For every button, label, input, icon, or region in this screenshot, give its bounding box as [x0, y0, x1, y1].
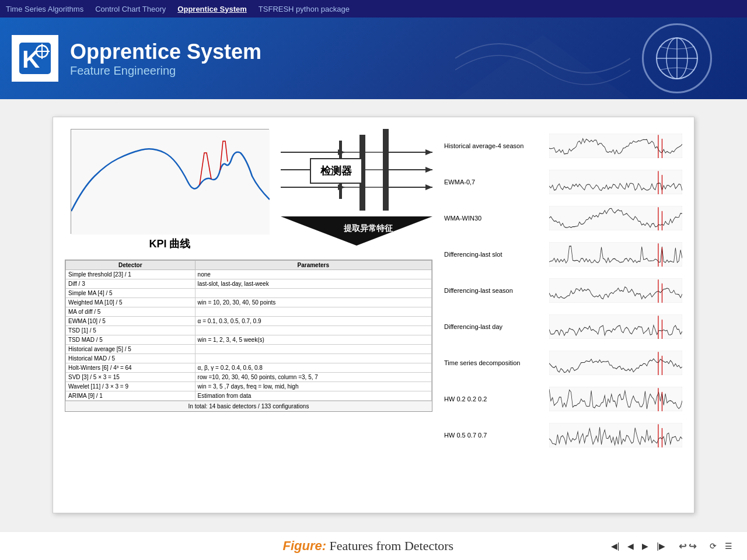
table-header-detector: Detector	[66, 261, 196, 270]
svg-marker-27	[425, 149, 432, 155]
ts-chart-visual	[549, 206, 682, 230]
page-title: Opprentice System	[70, 40, 261, 64]
ts-chart-label: Differencing-last slot	[444, 251, 549, 258]
header-logo: K	[12, 35, 58, 82]
svg-marker-29	[425, 167, 432, 173]
figure-rest: Features from Detectors	[326, 538, 453, 553]
detector-box: 检测器	[310, 158, 362, 184]
svg-text:K: K	[22, 46, 40, 73]
ts-chart-visual	[549, 387, 682, 411]
ts-chart-visual	[549, 278, 682, 303]
ts-chart-visual	[549, 170, 682, 194]
svg-marker-31	[425, 184, 432, 190]
ts-chart-row: Differencing-last day	[444, 310, 682, 344]
ts-chart-label: Differencing-last day	[444, 323, 549, 330]
slide-right: Historical average-4 season EWMA-0,7 WMA…	[438, 129, 682, 501]
svg-text:提取异常特征: 提取异常特征	[343, 223, 393, 233]
page-subtitle: Feature Engineering	[70, 64, 261, 78]
ts-chart-visual	[549, 423, 682, 447]
svg-rect-10	[71, 130, 270, 235]
table-row: Historical average [5] / 5	[66, 345, 432, 354]
ts-chart-label: Differencing-last season	[444, 287, 549, 294]
ts-chart-visual	[549, 242, 682, 267]
table-row: TSD [1] / 5	[66, 326, 432, 335]
svg-marker-0	[455, 35, 630, 99]
ts-chart-visual	[549, 314, 682, 339]
table-row: MA of diff / 5	[66, 307, 432, 317]
ts-chart-label: EWMA-0,7	[444, 178, 549, 186]
nav-btn-first[interactable]: ◀|	[608, 540, 623, 552]
nav-btn-last[interactable]: |▶	[654, 540, 668, 552]
ts-chart-row: HW 0.5 0.7 0.7	[444, 418, 682, 452]
header-text: Opprentice System Feature Engineering	[70, 40, 261, 78]
table-header-params: Parameters	[195, 261, 431, 270]
nav-item-control-chart[interactable]: Control Chart Theory	[95, 5, 166, 13]
bottom-bar: Figure: Features from Detectors ◀| ◀ ▶ |…	[0, 531, 747, 560]
table-row: EWMA [10] / 5α = 0.1, 0.3, 0.5, 0.7, 0.9	[66, 317, 432, 326]
header: K Opprentice System Feature Engineering	[0, 18, 747, 99]
nav-refresh[interactable]: ⟳	[707, 540, 720, 552]
ts-chart-visual	[549, 134, 682, 158]
ts-chart-row: HW 0.2 0.2 0.2	[444, 382, 682, 416]
table-row: Diff / 3last-slot, last-day, last-week	[66, 279, 432, 289]
table-row: SVD [3] / 5 × 3 = 15row =10, 20, 30, 40,…	[66, 373, 432, 382]
table-row: Holt-Winters [6] / 4³ = 64α, β, γ = 0.2,…	[66, 363, 432, 373]
slide-left: KPI 曲线	[65, 129, 432, 501]
nav-undo[interactable]: ↩	[679, 541, 686, 552]
ts-chart-label: Historical average-4 season	[444, 142, 549, 149]
kpi-chart	[71, 129, 269, 234]
top-navigation: Time Series Algorithms Control Chart The…	[0, 0, 747, 18]
nav-item-time-series[interactable]: Time Series Algorithms	[6, 5, 83, 13]
table-footer: In total: 14 basic detectors / 133 confi…	[65, 401, 432, 411]
nav-redo[interactable]: ↪	[689, 541, 696, 552]
feature-table: Detector Parameters Simple threshold [23…	[65, 260, 432, 401]
globe-icon	[642, 23, 712, 93]
kpi-label: KPI 曲线	[71, 237, 269, 251]
table-row: Historical MAD / 5	[66, 354, 432, 363]
ts-chart-visual	[549, 351, 682, 375]
table-row: Wavelet [11] / 3 × 3 = 9win = 3, 5 ,7 da…	[66, 382, 432, 391]
ts-chart-label: Time series decomposition	[444, 359, 549, 366]
figure-caption: Figure: Features from Detectors	[128, 538, 608, 554]
ts-chart-label: WMA-WIN30	[444, 215, 549, 222]
ts-chart-row: Differencing-last slot	[444, 237, 682, 271]
ts-charts-container: Historical average-4 season EWMA-0,7 WMA…	[444, 129, 682, 452]
nav-item-tsfresh[interactable]: TSFRESH python package	[259, 5, 350, 13]
nav-item-opprentice[interactable]: Opprentice System	[177, 5, 247, 13]
nav-menu[interactable]: ☰	[722, 540, 735, 552]
ts-chart-row: Historical average-4 season	[444, 129, 682, 163]
nav-controls: ◀| ◀ ▶ |▶ ↩ ↪ ⟳ ☰	[608, 540, 735, 552]
svg-rect-25	[383, 129, 389, 211]
nav-btn-prev[interactable]: ◀	[624, 540, 637, 552]
table-row: Weighted MA [10] / 5win = 10, 20, 30, 40…	[66, 298, 432, 307]
table-row: Simple MA [4] / 5	[66, 289, 432, 298]
ts-chart-row: EWMA-0,7	[444, 165, 682, 199]
ts-chart-row: WMA-WIN30	[444, 201, 682, 235]
main-content: KPI 曲线	[0, 99, 747, 531]
table-row: Simple threshold [23] / 1none	[66, 270, 432, 279]
ts-chart-label: HW 0.5 0.7 0.7	[444, 432, 549, 439]
table-row: TSD MAD / 5win = 1, 2, 3, 4, 5 week(s)	[66, 335, 432, 345]
figure-word: Figure:	[283, 538, 327, 553]
ts-chart-row: Time series decomposition	[444, 346, 682, 380]
nav-btn-next[interactable]: ▶	[639, 540, 651, 552]
slide: KPI 曲线	[53, 117, 694, 513]
ts-chart-label: HW 0.2 0.2 0.2	[444, 396, 549, 402]
ts-chart-row: Differencing-last season	[444, 274, 682, 307]
table-row: ARIMA [9] / 1Estimation from data	[66, 391, 432, 401]
feature-table-container: Detector Parameters Simple threshold [23…	[65, 260, 432, 412]
